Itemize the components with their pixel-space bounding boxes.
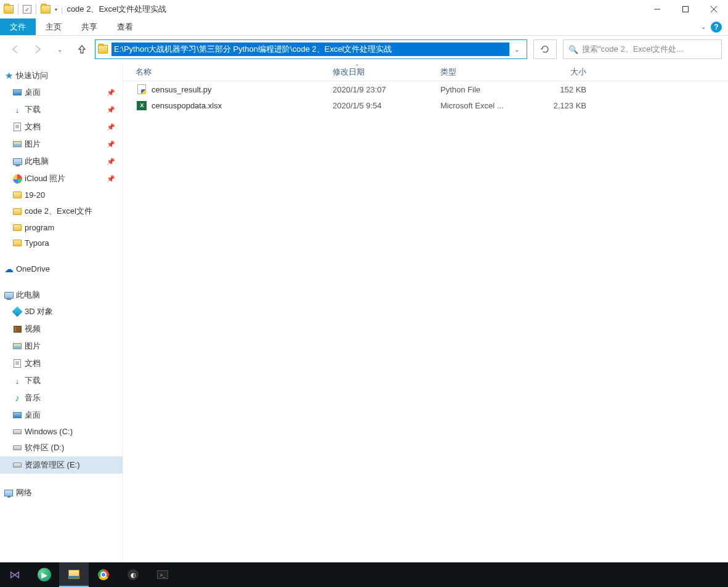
fold-icon: [12, 190, 22, 200]
chevron-down-icon[interactable]: ⌄: [701, 23, 706, 30]
minimize-button[interactable]: [643, 0, 671, 18]
forward-button[interactable]: [28, 40, 47, 59]
vid-icon: [12, 324, 22, 334]
threed-icon: [12, 307, 22, 317]
sidebar-item[interactable]: iCloud 照片📌: [0, 170, 123, 187]
refresh-button[interactable]: [533, 39, 557, 59]
search-icon: 🔍: [568, 45, 578, 54]
desk-icon: [12, 410, 22, 420]
pin-icon: 📌: [107, 140, 115, 148]
pin-icon: 📌: [107, 106, 115, 114]
recent-dropdown[interactable]: ⌄: [51, 40, 69, 59]
tab-view[interactable]: 查看: [107, 18, 143, 35]
up-button[interactable]: [73, 40, 91, 59]
sidebar-item[interactable]: ↓下载📌: [0, 101, 123, 118]
xl-file-icon: X: [135, 101, 148, 110]
title-sep: |: [61, 5, 63, 14]
taskbar-obsidian[interactable]: ◐: [118, 562, 148, 587]
sidebar-item[interactable]: 视频: [0, 320, 123, 338]
sidebar-item[interactable]: Typora: [0, 235, 123, 251]
col-name[interactable]: 名称: [135, 67, 333, 78]
window-title: code 2、Excel文件处理实战: [67, 4, 166, 15]
pin-icon: 📌: [107, 89, 115, 97]
file-row[interactable]: Xcensuspopdata.xlsx2020/1/5 9:54Microsof…: [123, 97, 728, 113]
search-placeholder: 搜索"code 2、Excel文件处...: [582, 44, 683, 55]
nav-bar: ⌄ E:\Python大战机器学习\第三部分 Python编程进阶\code 2…: [0, 36, 728, 63]
sidebar-item[interactable]: 图片: [0, 338, 123, 355]
properties-icon[interactable]: ✓: [23, 5, 31, 14]
taskbar-vscode[interactable]: ⋈: [0, 562, 30, 587]
pic-icon: [12, 139, 22, 149]
ribbon: 文件 主页 共享 查看 ⌄ ?: [0, 18, 728, 36]
navigation-pane[interactable]: ★ 快速访问 桌面📌↓下载📌文档📌图片📌此电脑📌iCloud 照片📌19-20c…: [0, 63, 123, 562]
sidebar-item[interactable]: 此电脑📌: [0, 153, 123, 170]
network-icon: [4, 488, 14, 498]
onedrive-header[interactable]: ☁ OneDrive: [0, 262, 123, 276]
thispc-header[interactable]: 此电脑: [0, 287, 123, 303]
sidebar-item[interactable]: 桌面📌: [0, 84, 123, 101]
sidebar-item[interactable]: 资源管理区 (E:): [0, 456, 123, 474]
help-icon[interactable]: ?: [711, 22, 722, 33]
mus-icon: ♪: [12, 393, 22, 403]
network-header[interactable]: 网络: [0, 485, 123, 501]
search-input[interactable]: 🔍 搜索"code 2、Excel文件处...: [563, 39, 722, 59]
folder-icon: [4, 5, 14, 14]
tab-home[interactable]: 主页: [36, 18, 71, 35]
sidebar-item[interactable]: 桌面: [0, 407, 123, 424]
file-list[interactable]: census_result.py2020/1/9 23:07Python Fil…: [123, 81, 728, 113]
separator: [36, 4, 36, 15]
sidebar-item[interactable]: ♪音乐: [0, 389, 123, 407]
sidebar-item[interactable]: 图片📌: [0, 136, 123, 153]
pin-icon: 📌: [107, 175, 115, 183]
tab-file[interactable]: 文件: [0, 18, 36, 35]
thispc-group: 此电脑 3D 对象视频图片文档↓下载♪音乐桌面Windows (C:)软件区 (…: [0, 287, 123, 474]
chevron-down-icon[interactable]: ⌄: [509, 46, 524, 53]
col-size[interactable]: 大小: [536, 67, 597, 78]
back-button[interactable]: [6, 40, 25, 59]
sidebar-item[interactable]: program: [0, 220, 123, 235]
taskbar[interactable]: ⋈ ▶ ◐ >_: [0, 562, 728, 587]
file-row[interactable]: census_result.py2020/1/9 23:07Python Fil…: [123, 81, 728, 97]
drive-icon: [12, 443, 22, 453]
tab-share[interactable]: 共享: [71, 18, 107, 35]
separator: [18, 4, 18, 15]
sidebar-item[interactable]: code 2、Excel文件: [0, 203, 123, 220]
explorer-window: ✓ ▾ | code 2、Excel文件处理实战 文件 主页 共享 查看 ⌄ ?…: [0, 0, 728, 587]
sidebar-item[interactable]: Windows (C:): [0, 424, 123, 439]
doc-icon: [12, 358, 22, 368]
window-controls: [643, 0, 728, 18]
svg-rect-1: [683, 7, 689, 12]
folder-icon: [98, 45, 108, 54]
fold-icon: [12, 238, 22, 248]
col-date[interactable]: 修改日期: [333, 67, 440, 78]
taskbar-terminal[interactable]: >_: [148, 562, 177, 587]
sidebar-item[interactable]: 3D 对象: [0, 303, 123, 320]
star-icon: ★: [4, 71, 14, 81]
taskbar-media[interactable]: ▶: [30, 562, 59, 587]
py-file-icon: [135, 84, 148, 94]
quick-access-header[interactable]: ★ 快速访问: [0, 68, 123, 84]
maximize-button[interactable]: [671, 0, 700, 18]
sidebar-item[interactable]: 文档: [0, 355, 123, 372]
sort-indicator-icon: ⌃: [355, 63, 360, 70]
col-type[interactable]: 类型: [440, 67, 536, 78]
vscode-icon: ⋈: [9, 568, 20, 581]
qat-dropdown-icon[interactable]: ▾: [55, 7, 57, 12]
close-button[interactable]: [700, 0, 728, 18]
fold-icon: [12, 206, 22, 216]
address-path[interactable]: E:\Python大战机器学习\第三部分 Python编程进阶\code 2、E…: [111, 43, 509, 56]
desk-icon: [12, 87, 22, 97]
taskbar-chrome[interactable]: [89, 562, 118, 587]
address-bar[interactable]: E:\Python大战机器学习\第三部分 Python编程进阶\code 2、E…: [95, 39, 527, 59]
drive-icon: [12, 427, 22, 437]
quick-access-group: ★ 快速访问 桌面📌↓下载📌文档📌图片📌此电脑📌iCloud 照片📌19-20c…: [0, 68, 123, 251]
chrome-icon: [98, 569, 109, 580]
icloud-icon: [12, 174, 22, 184]
sidebar-item[interactable]: 文档📌: [0, 118, 123, 136]
sidebar-item[interactable]: 软件区 (D:): [0, 439, 123, 456]
taskbar-explorer[interactable]: [59, 562, 89, 587]
cloud-icon: ☁: [4, 264, 14, 274]
fold-icon: [12, 223, 22, 233]
sidebar-item[interactable]: ↓下载: [0, 372, 123, 389]
sidebar-item[interactable]: 19-20: [0, 187, 123, 203]
